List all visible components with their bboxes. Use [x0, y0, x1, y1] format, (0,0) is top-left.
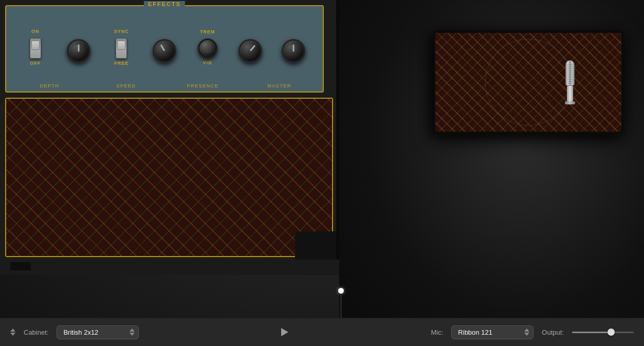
effects-panel: EFFECTS ON OFF SYNC FREE	[5, 5, 324, 93]
wall-cabinet	[433, 31, 623, 134]
master-knob[interactable]	[282, 39, 305, 63]
effects-label: EFFECTS	[144, 1, 185, 7]
amp-foot-left	[10, 262, 31, 270]
on-off-group: ON OFF	[14, 29, 57, 66]
off-label: OFF	[30, 61, 41, 66]
cabinet-grille	[435, 33, 621, 132]
depth-group	[57, 30, 100, 65]
sync-free-toggle[interactable]	[116, 38, 127, 59]
master-label: MASTER	[241, 83, 318, 88]
speaker-grille	[5, 98, 333, 257]
trem-label: TREM	[200, 29, 215, 37]
microphone	[565, 60, 575, 104]
on-off-toggle[interactable]	[30, 38, 41, 59]
speed-label: SPEED	[88, 83, 164, 88]
sync-label: SYNC	[114, 29, 129, 36]
mic-head	[565, 60, 575, 86]
preset-arrows[interactable]	[10, 329, 15, 336]
cabinet-label: Cabinet:	[24, 329, 48, 336]
amp-body: EFFECTS ON OFF SYNC FREE	[0, 0, 339, 272]
bottom-bar: Cabinet: British 2x12 American 1x12 Brit…	[0, 318, 644, 346]
arrow-up-icon[interactable]	[10, 329, 15, 332]
mic-label: Mic:	[431, 329, 444, 336]
cabinet-select[interactable]: British 2x12 American 1x12 British 4x12 …	[57, 325, 139, 339]
speed-group	[143, 30, 186, 65]
mic-body	[567, 86, 573, 101]
grille-pattern	[6, 99, 332, 256]
free-label: FREE	[114, 61, 128, 66]
output-label: Output:	[542, 329, 564, 336]
mic-position-dot[interactable]	[338, 288, 344, 294]
output-slider[interactable]	[572, 332, 634, 333]
presence-label: PRESENCE	[164, 83, 241, 88]
vib-label: VIB	[203, 60, 212, 65]
presence-knob[interactable]	[238, 39, 262, 63]
presence-group	[229, 30, 272, 65]
cabinet-select-container: British 2x12 American 1x12 British 4x12 …	[57, 325, 139, 339]
speed-knob[interactable]	[153, 39, 176, 63]
arrow-down-icon[interactable]	[10, 333, 15, 336]
cabinet-reflection	[433, 127, 623, 136]
mic-base	[565, 101, 575, 104]
trem-vib-toggle[interactable]	[198, 39, 217, 58]
effects-bottom-labels: DEPTH SPEED PRESENCE MASTER	[6, 83, 323, 88]
mic-select[interactable]: Ribbon 121 Condenser 87 Dynamic 20 Dynam…	[451, 325, 533, 339]
trem-vib-group: TREM VIB	[186, 29, 229, 65]
master-group	[272, 30, 315, 65]
on-label: ON	[31, 29, 40, 36]
play-button[interactable]	[279, 326, 290, 338]
cabinet-body	[433, 31, 623, 134]
play-icon	[281, 328, 288, 336]
depth-knob[interactable]	[67, 39, 90, 63]
knobs-row: ON OFF SYNC FREE	[6, 16, 323, 78]
depth-label: DEPTH	[11, 83, 88, 88]
mic-select-container: Ribbon 121 Condenser 87 Dynamic 20 Dynam…	[451, 325, 533, 339]
sync-group: SYNC FREE	[100, 29, 143, 66]
output-slider-container	[572, 332, 634, 333]
right-surface	[339, 0, 644, 346]
